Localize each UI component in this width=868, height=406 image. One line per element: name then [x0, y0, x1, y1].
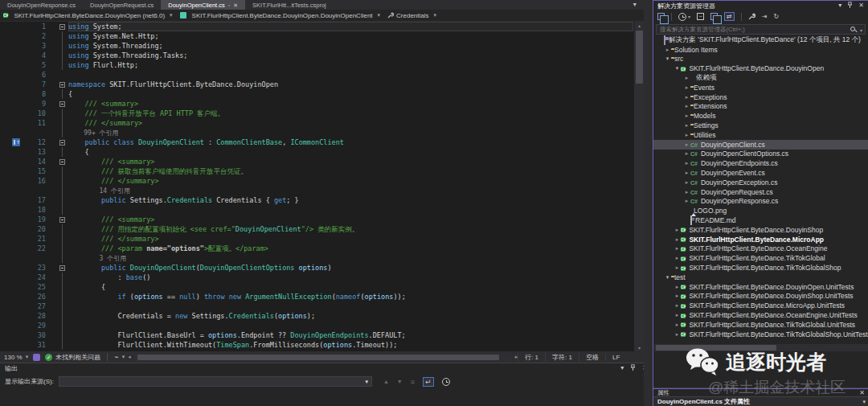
chevron-right-collapsed-icon[interactable]: ▸	[674, 312, 681, 318]
sync-with-active-document-icon[interactable]: ⇄	[724, 12, 735, 21]
editor-tab[interactable]: DouyinOpenResponse.cs	[0, 0, 83, 10]
pin-tab-icon[interactable]: ◦	[228, 2, 230, 8]
code-line[interactable]: 5using Flurl.Http;	[0, 60, 633, 70]
pending-changes-filter-icon[interactable]	[678, 13, 686, 21]
chevron-right-collapsed-icon[interactable]: ▸	[674, 255, 681, 261]
close-icon[interactable]: ✕	[858, 2, 864, 9]
eol-indicator[interactable]: LF	[605, 354, 626, 361]
pin-icon[interactable]	[630, 364, 636, 371]
spaces-indicator[interactable]: 空格	[579, 353, 605, 362]
switch-views-icon[interactable]	[657, 13, 665, 20]
tree-item[interactable]: ▸C#DouyinOpenEvent.cs	[653, 168, 868, 178]
editor-tab[interactable]: DouyinOpenRequest.cs	[83, 0, 161, 10]
close-icon[interactable]: ✕	[859, 389, 865, 396]
tree-item[interactable]: ▸C#DouyinOpenException.cs	[653, 178, 868, 187]
code-line[interactable]: 25 {	[0, 282, 633, 292]
code-line[interactable]: 29	[0, 321, 633, 330]
chevron-right-collapsed-icon[interactable]: ▸	[674, 331, 681, 338]
code-line[interactable]: 14 /// <summary>	[0, 157, 633, 166]
scroll-left-icon[interactable]: ◂	[128, 354, 131, 360]
code-line[interactable]: 22 /// <param name="options">配置项。</param…	[0, 244, 633, 253]
tree-item[interactable]: 解决方案 'SKIT.FlurlHttpClient.ByteDance' (1…	[653, 35, 868, 45]
type-dropdown[interactable]: SKIT.FlurlHttpClient.ByteDance.DouyinOpe…	[180, 12, 386, 19]
folding-margin[interactable]	[46, 263, 68, 273]
code-line[interactable]: 4using System.Threading.Tasks;	[0, 51, 633, 60]
collapse-all-icon[interactable]: −	[697, 13, 704, 20]
chevron-right-collapsed-icon[interactable]: ▸	[674, 245, 681, 252]
collapse-region-icon[interactable]	[59, 24, 65, 30]
tree-item[interactable]: ▸C#DouyinOpenClientOptions.cs	[653, 150, 868, 159]
chevron-right-collapsed-icon[interactable]: ▸	[683, 103, 690, 109]
chevron-right-collapsed-icon[interactable]: ▸	[683, 141, 690, 148]
tree-item[interactable]: ▸C#DouyinOpenRequest.cs	[653, 187, 868, 197]
chevron-right-collapsed-icon[interactable]: ▸	[683, 84, 690, 91]
code-line[interactable]: 1using System;	[0, 22, 633, 31]
code-line[interactable]: 14 个引用	[0, 186, 633, 195]
folding-margin[interactable]	[46, 137, 68, 147]
output-source-select[interactable]: ▾	[59, 376, 372, 387]
tree-item[interactable]: ▸C#DouyinOpenResponse.cs	[653, 197, 868, 207]
code-line[interactable]: 24 : base()	[0, 273, 633, 282]
code-line[interactable]: 21 /// </summary>	[0, 234, 633, 244]
chevron-right-collapsed-icon[interactable]: ▸	[674, 293, 681, 299]
pin-icon[interactable]	[847, 2, 853, 8]
collapse-region-icon[interactable]	[59, 159, 65, 165]
folding-margin[interactable]	[46, 80, 68, 89]
scrollbar-thumb[interactable]	[636, 31, 643, 84]
tree-item[interactable]: ▸C#SKIT.FlurlHttpClient.ByteDance.Douyin…	[653, 282, 868, 292]
tree-item[interactable]: ▸Settings	[653, 121, 868, 130]
project-dropdown[interactable]: C# SKIT.FlurlHttpClient.ByteDance.Douyin…	[3, 11, 178, 19]
member-dropdown[interactable]: Credentials ▾	[387, 12, 441, 19]
code-line[interactable]: 9 /// <summary>	[0, 99, 633, 109]
solution-search-input[interactable]: 搜索解决方案资源管理器(Ctrl+;) ▾	[656, 24, 866, 35]
code-line[interactable]: 23 public DouyinOpenClient(DouyinOpenCli…	[0, 263, 633, 273]
chevron-right-collapsed-icon[interactable]: ▸	[674, 236, 681, 243]
code-line[interactable]: 20 /// 用指定的配置项初始化 <see cref="DouyinOpenC…	[0, 224, 633, 234]
chevron-right-collapsed-icon[interactable]: ▸	[683, 189, 690, 195]
panel-splitter[interactable]	[644, 0, 653, 406]
tree-horizontal-scrollbar[interactable]	[654, 344, 868, 351]
clear-all-icon[interactable]: ≡	[411, 378, 415, 386]
active-files-dropdown-icon[interactable]: ▾	[633, 2, 637, 8]
collapse-region-icon[interactable]	[59, 101, 65, 107]
editor-tab[interactable]: SKIT.FlurlHtt...itTests.csproj	[245, 0, 334, 10]
tree-item[interactable]: ▸Solution Items	[653, 45, 868, 55]
code-line[interactable]: 31 FlurlClient.WithTimeout(TimeSpan.From…	[0, 340, 633, 350]
code-line[interactable]: 10 /// 一个抖音开放平台 API HTTP 客户端。	[0, 109, 633, 118]
code-line[interactable]: 12 public class DouyinOpenClient : Commo…	[0, 137, 633, 147]
tree-item[interactable]: ▸C#SKIT.FlurlHttpClient.ByteDance.TikTok…	[653, 320, 868, 330]
chevron-down-icon[interactable]: ▾	[620, 364, 624, 371]
tree-item[interactable]: ▸依赖项	[653, 73, 868, 83]
scrollbar-thumb[interactable]	[137, 355, 499, 360]
chevron-right-collapsed-icon[interactable]: ▸	[674, 302, 681, 309]
tree-item[interactable]: ▸C#SKIT.FlurlHttpClient.ByteDance.TikTok…	[653, 253, 868, 263]
chevron-right-collapsed-icon[interactable]: ▸	[683, 113, 690, 119]
previous-message-icon[interactable]: ▲	[383, 379, 389, 384]
track-item-icon[interactable]: ⇥	[762, 13, 768, 20]
folding-margin[interactable]	[46, 99, 68, 109]
code-line[interactable]: 99+ 个引用	[0, 128, 633, 137]
chevron-down-expanded-icon[interactable]: ▾	[664, 274, 671, 281]
chevron-right-collapsed-icon[interactable]: ▸	[664, 47, 671, 53]
code-line[interactable]: 18	[0, 205, 633, 215]
tree-item[interactable]: ▸C#DouyinOpenEndpoints.cs	[653, 158, 868, 168]
code-line[interactable]: 16 /// </summary>	[0, 176, 633, 186]
margin-bookmark-icon[interactable]	[12, 138, 20, 146]
tree-item[interactable]: ▸Models	[653, 111, 868, 121]
collapse-region-icon[interactable]	[59, 217, 65, 223]
chevron-right-collapsed-icon[interactable]: ▸	[683, 122, 690, 129]
chevron-down-expanded-icon[interactable]: ▾	[674, 65, 681, 72]
tree-item[interactable]: ▸C#SKIT.FlurlHttpClient.ByteDance.MicroA…	[653, 301, 868, 310]
code-line[interactable]: 15 /// 获取当前客户端使用的抖音开放平台凭证。	[0, 166, 633, 176]
chevron-right-collapsed-icon[interactable]: ▸	[683, 132, 690, 138]
chevron-right-collapsed-icon[interactable]: ▸	[683, 198, 690, 204]
scrollbar-thumb[interactable]	[656, 345, 776, 351]
word-wrap-icon[interactable]: ↵	[423, 377, 434, 387]
code-line[interactable]: 28 Credentials = new Settings.Credential…	[0, 311, 633, 321]
chevron-right-collapsed-icon[interactable]: ▸	[674, 227, 681, 233]
code-line[interactable]: 13 {	[0, 147, 633, 157]
editor-tab[interactable]: DouyinOpenClient.cs◦✕	[161, 0, 245, 10]
code-line[interactable]: 30 FlurlClient.BaseUrl = options.Endpoin…	[0, 330, 633, 340]
tree-item[interactable]: LOGO.png	[653, 206, 868, 215]
code-line[interactable]: 2using System.Net.Http;	[0, 31, 633, 41]
